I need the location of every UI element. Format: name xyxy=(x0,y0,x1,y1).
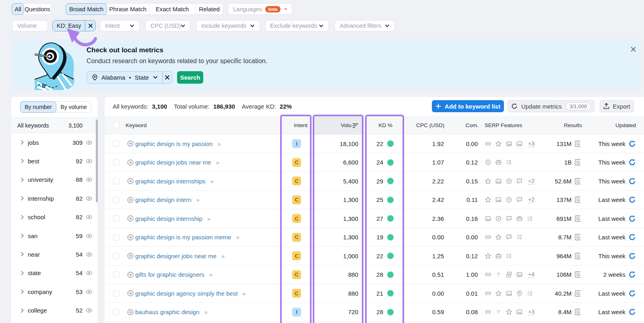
svg-text:?: ? xyxy=(497,272,500,278)
svg-text:?: ? xyxy=(508,216,510,219)
svg-text:?: ? xyxy=(508,235,510,238)
svg-text:?: ? xyxy=(497,309,500,315)
